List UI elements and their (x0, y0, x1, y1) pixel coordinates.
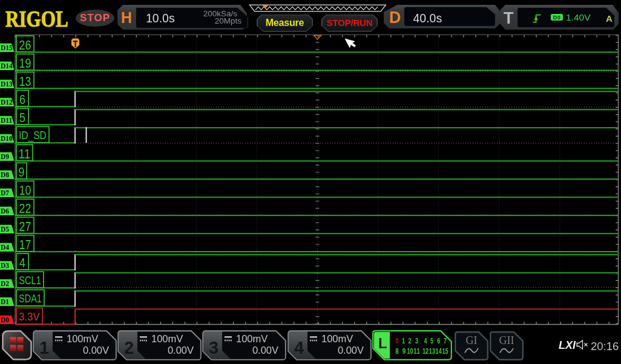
svg-text:4: 4 (294, 338, 304, 357)
svg-text:3: 3 (415, 336, 418, 345)
svg-text:GI: GI (465, 334, 477, 346)
svg-text:0.00V: 0.00V (168, 345, 194, 356)
svg-text:D5: D5 (1, 226, 9, 233)
svg-text:D9: D9 (1, 153, 9, 160)
svg-text:ID_SD: ID_SD (19, 129, 47, 142)
svg-text:11: 11 (19, 146, 31, 161)
svg-text:2: 2 (408, 336, 411, 345)
svg-text:L: L (378, 335, 387, 351)
svg-text:D8: D8 (1, 171, 9, 178)
svg-text:27: 27 (19, 219, 31, 234)
svg-text:1: 1 (39, 338, 49, 357)
svg-text:D14: D14 (1, 62, 13, 70)
svg-text:13: 13 (429, 346, 435, 356)
svg-text:0.00V: 0.00V (83, 345, 109, 356)
svg-text:13: 13 (19, 74, 31, 89)
svg-text:5: 5 (430, 336, 433, 345)
svg-text:5: 5 (19, 110, 25, 125)
svg-text:22: 22 (19, 201, 31, 216)
svg-text:15: 15 (442, 346, 448, 356)
svg-text:D6: D6 (1, 207, 9, 215)
svg-text:10: 10 (407, 346, 413, 356)
svg-text:3.3V: 3.3V (19, 310, 40, 323)
svg-text:100mV: 100mV (151, 333, 183, 344)
svg-text:D1: D1 (1, 298, 9, 305)
svg-text:0: 0 (395, 336, 398, 345)
svg-text:26: 26 (19, 37, 31, 53)
svg-text:SDA1: SDA1 (19, 292, 42, 305)
svg-text:D0: D0 (1, 316, 9, 323)
svg-text:0.00V: 0.00V (337, 345, 363, 356)
svg-text:17: 17 (19, 237, 31, 252)
svg-text:D7: D7 (1, 189, 9, 197)
svg-text:8: 8 (395, 346, 399, 356)
svg-text:14: 14 (435, 346, 442, 356)
svg-text:D4: D4 (1, 244, 9, 251)
svg-text:D12: D12 (1, 99, 13, 106)
svg-text:19: 19 (19, 56, 31, 71)
svg-text:D11: D11 (1, 117, 12, 124)
svg-text:100mV: 100mV (236, 333, 268, 344)
svg-text:D10: D10 (1, 135, 13, 142)
svg-text:11: 11 (413, 346, 419, 356)
svg-text:D13: D13 (1, 80, 13, 88)
svg-text:10: 10 (19, 183, 31, 198)
svg-text:2: 2 (124, 338, 134, 357)
svg-text:3: 3 (209, 338, 218, 357)
svg-text:6: 6 (19, 92, 25, 107)
svg-text:100mV: 100mV (67, 333, 98, 344)
svg-text:7: 7 (444, 336, 447, 345)
svg-text:100mV: 100mV (321, 333, 353, 344)
svg-text:D2: D2 (1, 280, 9, 287)
svg-text:6: 6 (437, 336, 440, 345)
svg-text:1: 1 (401, 336, 404, 345)
svg-text:GII: GII (499, 334, 514, 346)
svg-text:0.00V: 0.00V (252, 345, 278, 356)
svg-text:D15: D15 (1, 44, 13, 51)
svg-text:9: 9 (402, 346, 406, 356)
svg-text:SCL1: SCL1 (19, 274, 41, 287)
svg-text:12: 12 (422, 346, 429, 356)
svg-text:4: 4 (424, 336, 427, 345)
svg-text:D3: D3 (1, 262, 9, 269)
svg-text:4: 4 (19, 255, 25, 270)
svg-text:9: 9 (19, 164, 25, 180)
